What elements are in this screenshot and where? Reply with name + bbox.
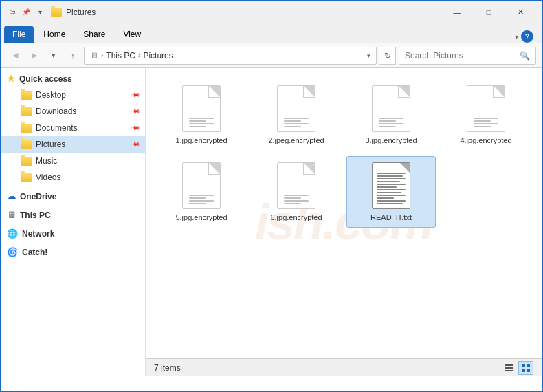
close-button[interactable]: ✕: [505, 1, 536, 23]
ribbon: File Home Share View ▾ ?: [1, 23, 542, 43]
breadcrumb-bar: 🖥 › This PC › Pictures ▾: [84, 47, 377, 65]
main-layout: ★ Quick access Desktop 📌 Downloads 📌 Doc…: [1, 68, 542, 376]
sidebar-item-pictures[interactable]: Pictures 📌: [1, 136, 145, 153]
file-label-3: 3.jpg.encrypted: [365, 136, 417, 144]
file-line: [284, 195, 309, 196]
sidebar-catch-label: Catch!: [22, 248, 47, 257]
sidebar-section-quick-access: ★ Quick access Desktop 📌 Downloads 📌 Doc…: [1, 71, 145, 186]
ribbon-collapse-icon[interactable]: ▾: [515, 33, 518, 41]
title-bar-icons: 🗂 📌 ▾: [7, 7, 45, 18]
cloud-icon: ☁: [7, 191, 16, 202]
file-item-2[interactable]: 2.jpeg.encrypted: [252, 79, 341, 151]
title-bar-controls: — □ ✕: [441, 1, 536, 23]
txt-line: [377, 203, 403, 204]
title-bar-quick-access-icon: 🗂: [7, 7, 18, 18]
title-bar: 🗂 📌 ▾ Pictures — □ ✕: [1, 1, 542, 23]
tab-share[interactable]: Share: [75, 26, 113, 43]
sidebar-header-this-pc[interactable]: 🖥 This PC: [1, 207, 145, 223]
back-button[interactable]: ◀: [7, 47, 23, 64]
title-folder-icon: [51, 8, 62, 17]
file-item-read-it[interactable]: READ_IT.txt: [346, 156, 436, 228]
enc-file-icon-6: [277, 162, 315, 209]
svg-rect-0: [505, 364, 513, 366]
sidebar-header-catch[interactable]: 🌀 Catch!: [1, 244, 145, 260]
file-line: [284, 200, 309, 202]
search-icon[interactable]: 🔍: [520, 51, 530, 61]
refresh-button[interactable]: ↻: [379, 47, 396, 65]
breadcrumb-this-pc[interactable]: This PC: [106, 51, 135, 61]
status-bar: 7 items: [146, 358, 542, 376]
pin-icon-desktop: 📌: [131, 90, 141, 100]
folder-icon-desktop: [21, 91, 32, 100]
maximize-button[interactable]: □: [473, 1, 505, 23]
dropdown-nav-button[interactable]: ▾: [45, 47, 62, 64]
file-line: [474, 123, 498, 124]
minimize-button[interactable]: —: [441, 1, 473, 23]
file-line: [189, 118, 214, 119]
file-item-6[interactable]: 6.jpg.encrypted: [252, 156, 341, 228]
enc-file-icon-5: [182, 162, 221, 209]
tab-view[interactable]: View: [115, 26, 149, 43]
list-view-button[interactable]: [502, 361, 517, 375]
window-title-text: Pictures: [66, 8, 96, 17]
sidebar-item-videos[interactable]: Videos: [1, 169, 145, 186]
forward-button[interactable]: ▶: [26, 47, 43, 64]
file-grid: 1.jpg.encrypted 2.jpeg.encrypted: [146, 68, 542, 239]
sidebar-item-documents[interactable]: Documents 📌: [1, 120, 145, 136]
txt-line: [377, 200, 406, 202]
file-item-5[interactable]: 5.jpg.encrypted: [157, 156, 246, 228]
sidebar-item-music[interactable]: Music: [1, 153, 145, 169]
file-line: [189, 126, 206, 127]
sidebar-network-label: Network: [22, 229, 54, 239]
file-line: [474, 126, 491, 127]
item-count: 7 items: [154, 363, 181, 373]
folder-icon-pictures: [21, 140, 32, 149]
sidebar-header-network[interactable]: 🌐 Network: [1, 226, 145, 241]
breadcrumb-pictures[interactable]: Pictures: [143, 51, 173, 61]
file-lines-5: [189, 195, 214, 204]
sidebar-item-downloads[interactable]: Downloads 📌: [1, 103, 145, 120]
tab-file[interactable]: File: [4, 26, 34, 43]
sidebar-this-pc-label: This PC: [20, 210, 51, 220]
enc-file-icon-1: [182, 85, 221, 132]
sidebar-item-desktop[interactable]: Desktop 📌: [1, 87, 145, 103]
txt-line: [377, 181, 400, 182]
network-icon: 🌐: [7, 228, 18, 239]
pin-icon-pictures: 📌: [131, 140, 141, 150]
search-input[interactable]: [405, 51, 517, 61]
file-lines-1: [189, 118, 214, 127]
sidebar-quick-access-label: Quick access: [19, 74, 72, 84]
file-line: [474, 120, 491, 122]
breadcrumb-dropdown[interactable]: ▾: [367, 52, 370, 59]
file-line: [284, 203, 301, 204]
sidebar-section-network: 🌐 Network: [1, 226, 145, 241]
pc-icon: 🖥: [7, 210, 16, 220]
file-lines-3: [379, 118, 403, 127]
ribbon-expand: ▾ ?: [509, 30, 539, 43]
file-item-1[interactable]: 1.jpg.encrypted: [157, 79, 246, 151]
sidebar-label-videos: Videos: [36, 173, 60, 182]
grid-view-button[interactable]: [518, 361, 533, 375]
up-button[interactable]: ↑: [65, 47, 81, 64]
ribbon-help-icon[interactable]: ?: [521, 30, 533, 43]
file-line: [284, 126, 301, 127]
tab-home[interactable]: Home: [35, 26, 74, 43]
file-label-4: 4.jpg.encrypted: [460, 136, 511, 144]
sidebar-header-quick-access[interactable]: ★ Quick access: [1, 71, 145, 87]
title-bar-dropdown-icon[interactable]: ▾: [34, 7, 45, 18]
sidebar-header-onedrive[interactable]: ☁ OneDrive: [1, 188, 145, 204]
svg-rect-4: [527, 364, 530, 367]
breadcrumb-pc-icon: 🖥: [90, 51, 98, 61]
content-area: ish.com 1.jpg.encrypted: [146, 68, 542, 376]
enc-file-icon-4: [467, 85, 505, 132]
catch-icon: 🌀: [7, 247, 18, 257]
file-line: [379, 120, 396, 122]
folder-icon-downloads: [21, 107, 32, 116]
file-lines-4: [474, 118, 498, 127]
file-line: [284, 120, 301, 122]
file-line: [379, 118, 403, 119]
file-item-4[interactable]: 4.jpg.encrypted: [441, 79, 531, 151]
list-view-icon: [505, 363, 514, 373]
file-item-3[interactable]: 3.jpg.encrypted: [346, 79, 436, 151]
txt-line: [377, 195, 406, 196]
